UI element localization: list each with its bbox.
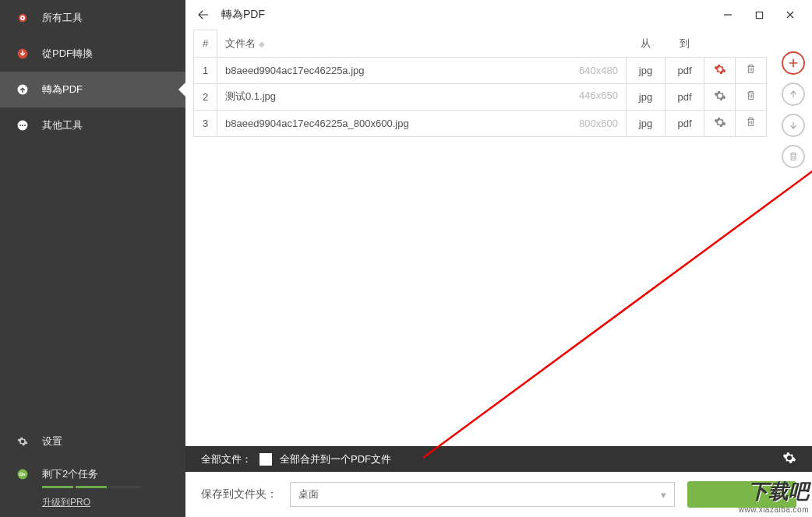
row-num: 3 [194,110,217,136]
col-filename[interactable]: 文件名◆ [217,30,564,58]
table-row[interactable]: 2测试0.1.jpg446x650jpgpdf [194,83,767,110]
row-dimensions: 446x650 [579,90,618,101]
table-row[interactable]: 1b8aeed9904ac17ec46225a.jpg640x480jpgpdf [194,57,767,83]
col-from[interactable]: 从 [627,30,665,58]
all-files-label: 全部文件： [201,452,252,466]
titlebar: 轉為PDF [185,0,812,30]
svg-point-2 [22,17,23,19]
merge-checkbox[interactable] [259,453,272,466]
row-settings-button[interactable] [714,66,726,78]
row-delete-button[interactable] [745,118,757,130]
convert-button[interactable] [687,481,796,508]
move-up-button[interactable] [782,83,805,106]
upgrade-link[interactable]: 升级到PRO [0,493,185,517]
move-down-button[interactable] [782,114,805,137]
save-location-select[interactable]: 桌面 [290,482,675,507]
delete-all-button[interactable] [782,145,805,168]
add-file-button[interactable] [782,51,805,75]
col-num[interactable]: # [194,30,217,58]
row-delete-button[interactable] [745,92,757,104]
row-dimensions: 800x600 [579,118,618,129]
row-delete-button[interactable] [745,65,757,77]
main-panel: 轉為PDF # 文件名◆ 从 到 [185,0,812,517]
back-button[interactable] [192,3,215,26]
row-from: jpg [627,83,665,110]
table-row[interactable]: 3b8aeed9904ac17ec46225a_800x600.jpg800x6… [194,110,767,136]
tasks-progress [28,486,185,493]
sidebar-item-label: 设置 [42,434,62,448]
sidebar-item-other-tools[interactable]: 其他工具 [0,107,185,143]
arrow-down-icon [14,45,31,62]
merge-settings-button[interactable] [782,451,796,467]
svg-point-8 [24,125,26,126]
svg-point-7 [22,125,23,126]
row-settings-button[interactable] [714,119,726,131]
svg-rect-12 [756,12,762,18]
page-title: 轉為PDF [221,8,265,22]
row-num: 2 [194,83,217,110]
sidebar-item-all-tools[interactable]: 所有工具 [0,0,185,36]
merge-bar: 全部文件： 全部合并到一个PDF文件 [185,446,812,472]
row-filename: b8aeed9904ac17ec46225a_800x600.jpg800x60… [217,110,627,136]
row-from: jpg [627,57,665,83]
close-button[interactable] [775,3,806,26]
sidebar-item-label: 所有工具 [42,11,83,25]
sidebar-item-to-pdf[interactable]: 轉為PDF [0,72,185,107]
sidebar-item-from-pdf[interactable]: 從PDF轉換 [0,36,185,72]
target-icon [14,9,31,26]
arrow-up-icon [14,81,31,98]
sidebar-item-label: 從PDF轉換 [42,47,93,61]
row-to: pdf [665,110,704,136]
row-settings-button[interactable] [714,93,726,104]
sidebar-item-label: 剩下2个任务 [42,467,98,481]
file-table: # 文件名◆ 从 到 1b8aeed9904ac17ec46225a.jpg64… [193,30,767,137]
sidebar-item-label: 其他工具 [42,118,83,132]
row-to: pdf [665,57,704,83]
side-actions [775,30,812,446]
row-num: 1 [194,57,217,83]
key-icon [14,466,31,483]
row-filename: b8aeed9904ac17ec46225a.jpg640x480 [217,57,627,83]
merge-label: 全部合并到一个PDF文件 [280,452,391,466]
save-to-label: 保存到文件夹： [201,487,277,501]
row-to: pdf [665,83,704,110]
sidebar-item-settings[interactable]: 设置 [0,425,185,458]
col-to[interactable]: 到 [665,30,704,58]
dots-icon [14,117,31,134]
sidebar: 所有工具 從PDF轉換 轉為PDF 其他工具 [0,0,185,517]
svg-point-6 [19,125,21,126]
sidebar-item-label: 轉為PDF [42,83,83,97]
row-filename: 测试0.1.jpg446x650 [217,83,627,110]
save-bar: 保存到文件夹： 桌面 [185,472,812,517]
minimize-button[interactable] [712,3,743,26]
row-from: jpg [627,110,665,136]
sidebar-item-tasks[interactable]: 剩下2个任务 [0,458,185,486]
sort-icon: ◆ [259,40,265,48]
gear-icon [14,433,31,450]
row-dimensions: 640x480 [579,65,618,76]
maximize-button[interactable] [743,3,775,26]
